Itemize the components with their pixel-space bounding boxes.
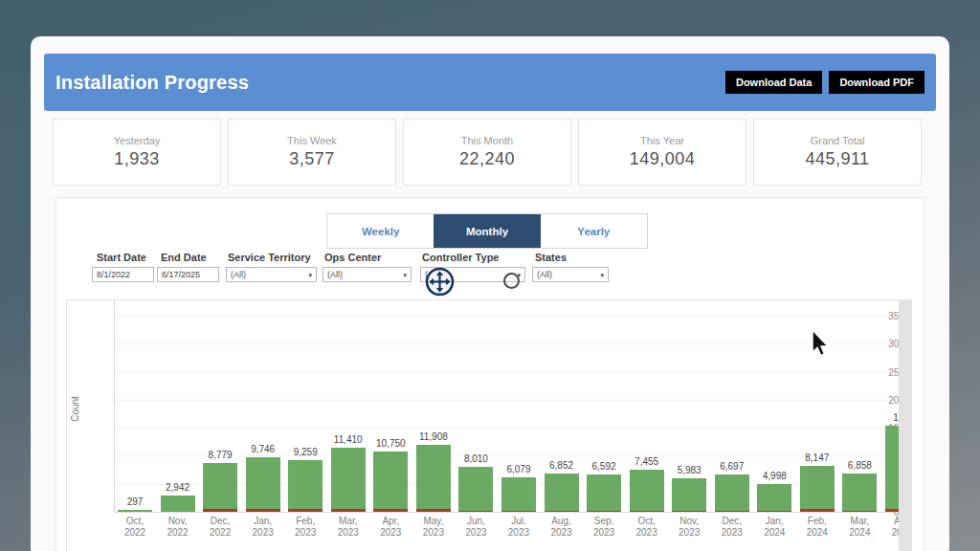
bar-segment-red (501, 511, 536, 512)
bar-segment-red (630, 511, 664, 512)
bar-segment-green (331, 448, 366, 508)
bar-nov-2023[interactable] (672, 478, 706, 512)
installations-bar-chart: Count 0K5K10K15K20K25K30K35K 297Oct,2022… (66, 299, 912, 551)
bar-may-2023[interactable] (416, 445, 451, 512)
bar-segment-red (458, 511, 493, 512)
bar-segment-green (416, 445, 451, 508)
service-territory-dropdown[interactable]: (All) ▾ (226, 267, 317, 282)
bar-dec-2022[interactable] (203, 463, 237, 512)
x-tick-label: Apr,2024 (874, 516, 901, 539)
bar-value-label: 6,858 (831, 460, 888, 471)
bar-aug-2023[interactable] (545, 474, 579, 512)
ops-center-value: (All) (327, 270, 343, 279)
tab-yearly[interactable]: Yearly (541, 214, 647, 248)
bar-segment-green (800, 466, 835, 509)
bar-mar-2023[interactable] (331, 448, 366, 512)
bar-segment-green (118, 510, 152, 512)
kpi-row: Yesterday 1,933 This Week 3,577 This Mon… (53, 119, 922, 186)
chevron-down-icon: ▾ (600, 272, 604, 279)
service-territory-value: (All) (231, 270, 246, 279)
bar-segment-green (288, 460, 323, 510)
end-date-label: End Date (161, 252, 207, 263)
kpi-value: 445,911 (805, 149, 869, 169)
click-indicator-circle (503, 273, 520, 289)
kpi-grand-total: Grand Total 445,911 (753, 119, 922, 186)
bar-value-label: 9,259 (277, 447, 334, 457)
bar-segment-red (800, 509, 835, 512)
bar-segment-green (757, 484, 791, 511)
end-date-input[interactable] (158, 268, 218, 281)
bar-segment-red (545, 511, 579, 512)
bar-dec-2023[interactable] (715, 474, 749, 512)
chart-panel: Weekly Monthly Yearly Start Date End Dat… (56, 197, 924, 551)
bar-segment-green (715, 474, 749, 511)
bar-segment-green (630, 470, 664, 510)
bar-segment-red (331, 509, 366, 513)
bar-segment-green (545, 474, 579, 511)
kpi-label: This Month (461, 135, 513, 146)
bar-sep-2023[interactable] (587, 474, 621, 512)
dashboard-card: Installation Progress Download Data Down… (31, 36, 949, 551)
bar-segment-green (458, 467, 493, 510)
download-pdf-button[interactable]: Download PDF (829, 71, 924, 94)
bar-value-label: 4,998 (746, 471, 803, 481)
screen-background: Installation Progress Download Data Down… (0, 0, 980, 551)
bar-segment-red (416, 509, 451, 513)
controller-type-label: Controller Type (422, 252, 499, 263)
mouse-pointer-icon (812, 329, 833, 360)
bar-oct-2023[interactable] (630, 470, 664, 512)
bar-segment-green (501, 477, 536, 511)
bar-value-label: 2,942 (149, 482, 207, 493)
bar-segment-red (373, 509, 408, 512)
bar-jul-2023[interactable] (501, 477, 536, 512)
bar-segment-red (842, 511, 877, 512)
tab-weekly[interactable]: Weekly (327, 214, 434, 248)
end-date-field[interactable] (157, 267, 219, 282)
header-buttons: Download Data Download PDF (725, 71, 924, 94)
download-data-button[interactable]: Download Data (725, 71, 822, 94)
kpi-value: 3,577 (289, 149, 335, 169)
kpi-label: Yesterday (114, 135, 161, 146)
bar-value-label: 11,908 (405, 431, 462, 442)
bar-nov-2022[interactable] (161, 496, 195, 512)
bar-value-label: 8,010 (447, 453, 504, 464)
bar-value-label: 15,4 (874, 412, 901, 423)
chevron-down-icon: ▾ (308, 272, 312, 279)
period-tabs: Weekly Monthly Yearly (326, 213, 648, 249)
start-date-input[interactable] (93, 268, 153, 281)
bar-value-label: 297 (114, 496, 164, 507)
bar-feb-2023[interactable] (288, 460, 323, 512)
bar-jun-2023[interactable] (458, 467, 493, 512)
bar-segment-red (288, 509, 323, 512)
bar-segment-red (203, 509, 237, 512)
kpi-value: 1,933 (114, 149, 160, 169)
bar-segment-green (161, 496, 195, 512)
kpi-label: This Year (640, 135, 684, 146)
kpi-yesterday: Yesterday 1,933 (53, 119, 221, 186)
bar-mar-2024[interactable] (842, 474, 877, 512)
vertical-scrollbar[interactable] (899, 300, 911, 551)
kpi-label: Grand Total (811, 135, 865, 146)
bar-jan-2023[interactable] (246, 457, 280, 512)
start-date-label: Start Date (97, 252, 146, 263)
kpi-value: 149,004 (630, 149, 696, 169)
bar-feb-2024[interactable] (800, 466, 835, 512)
states-dropdown[interactable]: (All) ▾ (532, 267, 609, 282)
kpi-this-month: This Month 22,240 (403, 119, 571, 186)
bar-segment-red (587, 511, 621, 512)
bar-segment-red (715, 511, 749, 512)
plot-area: 297Oct,20222,942Nov,20228,779Dec,20229,7… (114, 300, 901, 551)
bar-apr-2023[interactable] (373, 452, 408, 512)
ops-center-dropdown[interactable]: (All) ▾ (323, 267, 412, 282)
bar-segment-green (246, 457, 280, 509)
bar-jan-2024[interactable] (757, 484, 791, 512)
bar-oct-2022[interactable] (118, 510, 152, 512)
kpi-label: This Week (287, 135, 337, 146)
bar-segment-green (373, 452, 408, 509)
y-axis-title: Count (70, 371, 80, 448)
start-date-field[interactable] (92, 267, 154, 282)
tab-monthly[interactable]: Monthly (434, 214, 540, 248)
bar-segment-green (203, 463, 237, 509)
bar-segment-red (672, 511, 706, 512)
bar-segment-green (587, 474, 621, 510)
